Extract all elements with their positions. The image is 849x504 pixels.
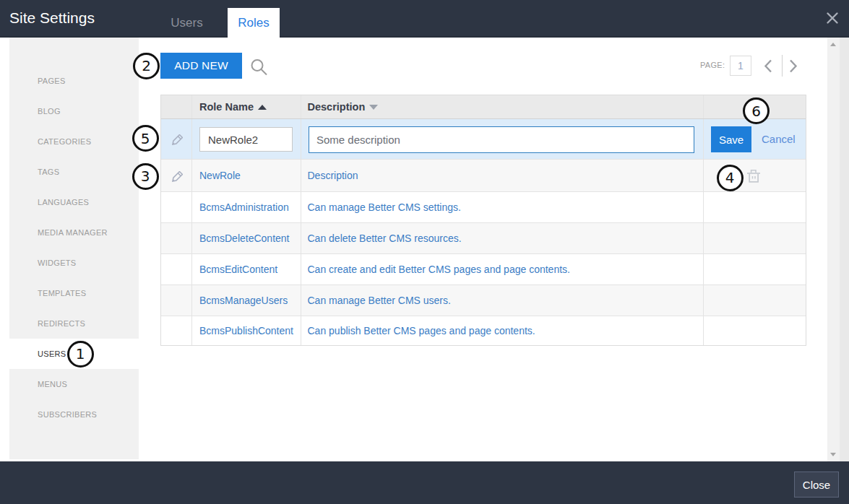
- annotation-circle-3: 3: [132, 163, 159, 190]
- pager-divider: [782, 55, 783, 77]
- dialog-footer: Close: [0, 461, 849, 504]
- page-prev-icon[interactable]: [763, 59, 773, 73]
- table-cell-icon: [161, 119, 192, 159]
- scrollbar-outer-strip: [840, 38, 849, 461]
- table-cell-actions: [704, 285, 806, 316]
- annotation-circle-5: 5: [132, 125, 159, 152]
- annotation-circle-4: 4: [717, 165, 744, 191]
- table-cell-icon: [161, 192, 192, 222]
- table-row: BcmsPublishContent Can publish Better CM…: [161, 316, 806, 345]
- close-icon[interactable]: [822, 8, 842, 28]
- table-cell-role-name: BcmsAdministration: [192, 192, 301, 222]
- table-cell-icon: [161, 316, 192, 345]
- table-cell-actions: [704, 192, 806, 222]
- sidebar-item-pages[interactable]: PAGES: [9, 66, 139, 96]
- delete-trash-icon[interactable]: [746, 168, 761, 183]
- save-button[interactable]: Save: [711, 126, 751, 152]
- page-label: PAGE:: [700, 61, 725, 69]
- role-description-link[interactable]: Can manage Better CMS settings.: [308, 201, 461, 213]
- scrollbar-down-arrow-icon[interactable]: [830, 453, 836, 456]
- dialog-header: Site Settings Users Roles: [0, 0, 849, 38]
- cancel-link[interactable]: Cancel: [762, 119, 796, 159]
- sort-descending-icon: [369, 105, 378, 110]
- page-number-input[interactable]: [730, 56, 751, 76]
- table-cell-role-name: BcmsPublishContent: [192, 316, 301, 345]
- table-cell-icon: [161, 160, 192, 191]
- table-cell-description: Description: [301, 160, 704, 191]
- annotation-circle-6: 6: [743, 97, 770, 124]
- table-cell-description: Can manage Better CMS settings.: [301, 192, 704, 222]
- tab-users[interactable]: Users: [160, 8, 213, 38]
- table-row: BcmsDeleteContent Can delete Better CMS …: [161, 222, 806, 253]
- edit-row: Save Cancel: [161, 119, 806, 159]
- page-next-icon[interactable]: [788, 59, 798, 73]
- dialog-title: Site Settings: [9, 0, 95, 38]
- role-description-link[interactable]: Can publish Better CMS pages and page co…: [308, 325, 535, 336]
- search-icon[interactable]: [249, 57, 268, 76]
- scrollbar-track[interactable]: [827, 38, 840, 461]
- site-settings-dialog: Site Settings Users Roles PAGES BLOG CAT…: [0, 0, 849, 504]
- table-cell-description: [301, 119, 704, 159]
- role-description-link[interactable]: Can manage Better CMS users.: [308, 295, 451, 306]
- edit-pencil-icon[interactable]: [161, 160, 191, 191]
- annotation-circle-2: 2: [133, 53, 160, 79]
- role-name-edit-input[interactable]: [199, 127, 293, 152]
- table-row: BcmsManageUsers Can manage Better CMS us…: [161, 284, 806, 316]
- table-cell-description: Can delete Better CMS resources.: [301, 223, 704, 253]
- role-name-link[interactable]: BcmsManageUsers: [199, 295, 288, 306]
- sidebar-item-subscribers[interactable]: SUBSCRIBERS: [9, 399, 139, 430]
- table-cell-description: Can manage Better CMS users.: [301, 285, 704, 316]
- role-name-link[interactable]: BcmsPublishContent: [199, 325, 293, 336]
- sidebar-item-media-manager[interactable]: MEDIA MANAGER: [9, 217, 139, 248]
- sort-ascending-icon: [258, 105, 267, 110]
- table-cell-role-name: BcmsEditContent: [192, 254, 301, 284]
- tab-roles[interactable]: Roles: [228, 8, 280, 38]
- table-cell-actions: [704, 223, 806, 253]
- sidebar-item-menus[interactable]: MENUS: [9, 369, 139, 399]
- table-cell-description: Can publish Better CMS pages and page co…: [301, 316, 704, 345]
- table-cell-icon: [161, 285, 192, 316]
- table-cell-role-name: BcmsDeleteContent: [192, 223, 301, 253]
- role-name-link[interactable]: NewRole: [199, 170, 241, 181]
- sidebar-item-blog[interactable]: BLOG: [9, 96, 139, 126]
- header-description[interactable]: Description: [301, 95, 704, 118]
- role-name-link[interactable]: BcmsDeleteContent: [199, 233, 290, 244]
- role-description-link[interactable]: Description: [308, 170, 358, 181]
- annotation-circle-1: 1: [67, 341, 94, 368]
- role-name-link[interactable]: BcmsAdministration: [199, 201, 289, 213]
- table-cell-role-name: [192, 119, 301, 159]
- scrollbar-up-arrow-icon[interactable]: [830, 43, 836, 46]
- table-cell-icon: [161, 254, 192, 284]
- sidebar-item-templates[interactable]: TEMPLATES: [9, 278, 139, 308]
- role-name-link[interactable]: BcmsEditContent: [199, 264, 277, 275]
- table-cell-description: Can create and edit Better CMS pages and…: [301, 254, 704, 284]
- table-row: BcmsEditContent Can create and edit Bett…: [161, 253, 806, 284]
- sidebar-item-categories[interactable]: CATEGORIES: [9, 126, 139, 157]
- sidebar-item-widgets[interactable]: WIDGETS: [9, 248, 139, 278]
- table-header-row: Role Name Description: [161, 95, 806, 119]
- table-cell-icon: [161, 223, 192, 253]
- sidebar: PAGES BLOG CATEGORIES TAGS LANGUAGES MED…: [9, 38, 139, 459]
- role-name-header-label: Role Name: [199, 101, 254, 113]
- edit-pencil-icon[interactable]: [161, 119, 191, 159]
- add-new-button[interactable]: ADD NEW: [160, 53, 242, 79]
- header-icon-column: [161, 95, 192, 118]
- close-button[interactable]: Close: [794, 472, 839, 498]
- table-cell-actions: Save Cancel: [704, 119, 806, 159]
- sidebar-item-redirects[interactable]: REDIRECTS: [9, 308, 139, 339]
- sidebar-item-languages[interactable]: LANGUAGES: [9, 187, 139, 217]
- roles-table: Role Name Description Save Cancel New: [160, 95, 806, 346]
- table-cell-role-name: NewRole: [192, 160, 301, 191]
- role-description-link[interactable]: Can create and edit Better CMS pages and…: [308, 264, 570, 275]
- table-row-newrole: NewRole Description: [161, 159, 806, 191]
- table-cell-actions: [704, 316, 806, 345]
- table-row: BcmsAdministration Can manage Better CMS…: [161, 191, 806, 222]
- role-description-link[interactable]: Can delete Better CMS resources.: [308, 233, 462, 244]
- sidebar-item-tags[interactable]: TAGS: [9, 157, 139, 187]
- description-header-label: Description: [308, 101, 366, 113]
- description-edit-input[interactable]: [309, 126, 694, 153]
- table-cell-role-name: BcmsManageUsers: [192, 285, 301, 316]
- table-cell-actions: [704, 254, 806, 284]
- header-role-name[interactable]: Role Name: [192, 95, 301, 118]
